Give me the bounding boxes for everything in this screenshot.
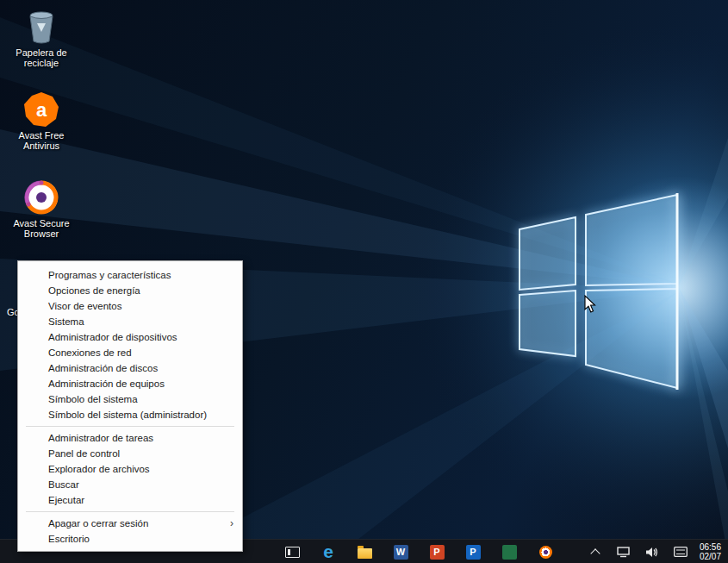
file-explorer-icon	[358, 548, 372, 559]
task-view-icon	[285, 547, 300, 558]
powerpoint-icon: P	[430, 545, 445, 560]
desktop-icon-avast-browser[interactable]: Avast Secure Browser	[7, 179, 76, 239]
file-explorer-button[interactable]	[355, 541, 374, 562]
menu-item-network-connections[interactable]: Conexiones de red	[18, 345, 242, 360]
taskbar-clock[interactable]: 06:56 02/07	[700, 542, 725, 561]
taskbar-app-icons: e W P P	[283, 540, 555, 563]
menu-separator	[26, 511, 234, 512]
tray-expand-button[interactable]	[586, 541, 605, 562]
desktop-icon-label: Avast Secure Browser	[7, 218, 76, 239]
desktop-icon-avast-antivirus[interactable]: a Avast Free Antivirus	[7, 91, 76, 151]
winx-context-menu: Programas y características Opciones de …	[17, 260, 243, 552]
menu-item-programs-features[interactable]: Programas y características	[18, 267, 242, 283]
menu-item-disk-management[interactable]: Administración de discos	[18, 360, 242, 376]
svg-text:a: a	[36, 99, 47, 121]
edge-icon: e	[323, 543, 333, 560]
desktop-icon-label: Avast Free Antivirus	[7, 130, 76, 151]
menu-item-command-prompt[interactable]: Símbolo del sistema	[18, 391, 242, 407]
avast-antivirus-icon: a	[7, 91, 76, 128]
word-icon: W	[394, 545, 408, 560]
edge-button[interactable]: e	[319, 541, 338, 562]
system-tray: 06:56 02/07	[586, 540, 725, 563]
menu-item-task-manager[interactable]: Administrador de tareas	[18, 430, 242, 446]
menu-item-control-panel[interactable]: Panel de control	[18, 446, 242, 461]
menu-item-computer-management[interactable]: Administración de equipos	[18, 376, 242, 391]
recycle-bin-icon	[7, 9, 76, 45]
avast-browser-taskbar-icon	[539, 546, 552, 559]
menu-item-command-prompt-admin[interactable]: Símbolo del sistema (administrador)	[18, 407, 242, 422]
powerpoint-button[interactable]: P	[427, 541, 446, 562]
submenu-chevron-icon: ›	[230, 516, 233, 531]
menu-item-shutdown-signout[interactable]: Apagar o cerrar sesión ›	[18, 516, 242, 531]
publisher-icon: P	[466, 545, 481, 560]
task-view-button[interactable]	[283, 541, 302, 562]
menu-item-run[interactable]: Ejecutar	[18, 492, 242, 508]
menu-item-desktop[interactable]: Escritorio	[18, 531, 242, 547]
touch-keyboard-icon	[674, 547, 688, 557]
volume-button[interactable]	[643, 541, 662, 562]
clock-time: 06:56	[700, 542, 721, 552]
menu-item-search[interactable]: Buscar	[18, 477, 242, 492]
clock-date: 02/07	[700, 552, 721, 561]
menu-item-label: Apagar o cerrar sesión	[48, 518, 148, 529]
desktop-icon-label: Papelera de reciclaje	[7, 47, 76, 68]
chevron-up-icon	[590, 548, 600, 558]
excel-button[interactable]	[500, 541, 519, 562]
avast-browser-button[interactable]	[536, 541, 555, 562]
menu-item-device-manager[interactable]: Administrador de dispositivos	[18, 329, 242, 345]
network-icon	[617, 547, 630, 558]
menu-item-event-viewer[interactable]: Visor de eventos	[18, 298, 242, 314]
network-button[interactable]	[614, 541, 633, 562]
menu-item-system[interactable]: Sistema	[18, 314, 242, 329]
excel-icon	[502, 545, 517, 560]
volume-icon	[645, 547, 658, 558]
touch-keyboard-button[interactable]	[671, 541, 690, 562]
publisher-button[interactable]: P	[464, 541, 482, 562]
avast-browser-icon	[7, 179, 76, 216]
desktop-icon-recycle-bin[interactable]: Papelera de reciclaje	[7, 9, 76, 68]
menu-item-power-options[interactable]: Opciones de energía	[18, 283, 242, 298]
word-button[interactable]: W	[391, 541, 410, 562]
menu-item-file-explorer[interactable]: Explorador de archivos	[18, 461, 242, 477]
menu-separator	[26, 426, 234, 427]
